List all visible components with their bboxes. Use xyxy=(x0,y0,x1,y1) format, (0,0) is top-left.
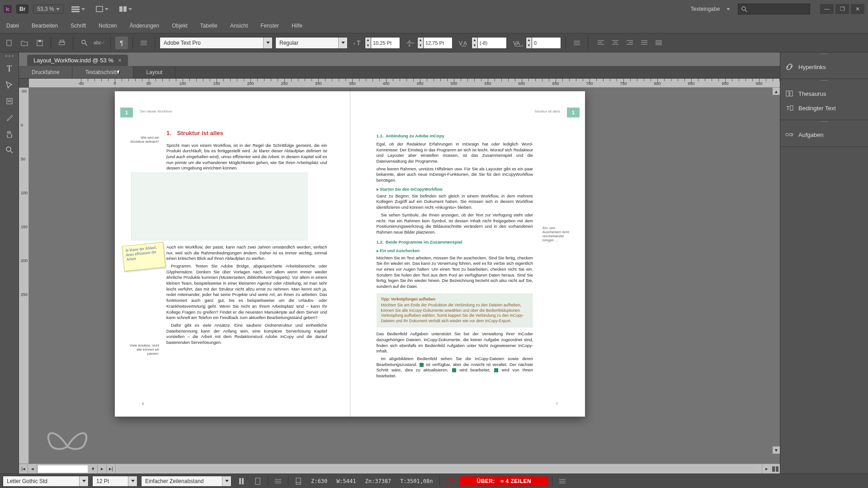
text-frame-right[interactable]: 1.1. Anbindung zu Adobe InCopy Egal, ob … xyxy=(377,129,533,399)
mode-tab-druckfahne[interactable]: Druckfahne xyxy=(19,66,72,78)
align-justify-button[interactable] xyxy=(638,37,651,49)
arrange-dropdown[interactable] xyxy=(116,4,135,14)
page-number-field[interactable] xyxy=(38,465,88,473)
para-controls-toggle[interactable] xyxy=(571,37,583,49)
view-mode-tabs: Druckfahne Textabschnitt Layout xyxy=(19,66,780,79)
flyout-menu-icon[interactable] xyxy=(137,37,150,49)
status-flyout-1[interactable] xyxy=(272,475,284,488)
open-button[interactable] xyxy=(18,37,31,49)
workspace-switcher[interactable]: Texteingabe xyxy=(688,4,733,14)
note-icon xyxy=(6,98,13,105)
window-close-button[interactable]: ✕ xyxy=(851,4,864,14)
overset-indicator: ÜBER: ≈ 4 ZEILEN xyxy=(460,476,549,486)
position-tool[interactable] xyxy=(2,78,17,92)
view-options-dropdown[interactable] xyxy=(68,4,88,14)
palette-grip[interactable] xyxy=(5,55,14,58)
menu-bearbeiten[interactable]: Bearbeiten xyxy=(25,20,64,32)
font-family-combo[interactable]: Adobe Text Pro xyxy=(160,37,273,49)
text-frame-left[interactable]: 1. Struktur ist alles Spricht man von ei… xyxy=(166,129,327,399)
save-button[interactable] xyxy=(33,37,46,49)
panel-label: Bedingter Text xyxy=(798,105,836,112)
find-button[interactable] xyxy=(78,37,90,49)
svg-text:VA: VA xyxy=(513,40,520,47)
document-tab-title: Layout_Workflow.indd @ 53 % xyxy=(33,57,113,64)
menu-fenster[interactable]: Fenster xyxy=(254,20,285,32)
status-size-combo[interactable]: 12 Pt xyxy=(92,476,137,487)
zoom-level-combo[interactable]: 53,3 % xyxy=(33,5,63,14)
zoom-tool[interactable] xyxy=(2,143,17,157)
menu-tabelle[interactable]: Tabelle xyxy=(194,20,224,32)
mode-tab-textabschnitt[interactable]: Textabschnitt xyxy=(72,66,133,78)
prev-page-button[interactable]: ◂ xyxy=(28,464,37,474)
svg-point-57 xyxy=(786,133,788,136)
status-font-combo[interactable]: Letter Gothic Std xyxy=(3,476,89,487)
scroll-down-button[interactable]: ▼ xyxy=(773,446,780,454)
mode-tab-layout[interactable]: Layout xyxy=(133,66,175,78)
type-tool[interactable]: T xyxy=(2,61,17,76)
print-button[interactable] xyxy=(56,37,68,49)
status-toggle-2[interactable] xyxy=(251,475,264,488)
menu-notizen[interactable]: Notizen xyxy=(92,20,123,32)
svg-rect-13 xyxy=(59,42,65,45)
page-left[interactable]: 1 Der ideale Workflow Wie wird ein Workf… xyxy=(115,91,350,417)
svg-rect-2 xyxy=(71,6,80,8)
horizontal-scrollbar[interactable] xyxy=(118,466,759,472)
menu-aenderungen[interactable]: Änderungen xyxy=(123,20,165,32)
tracking-value: 0 xyxy=(532,37,561,49)
svg-rect-0 xyxy=(4,5,12,13)
kerning-field[interactable]: ▲▼(-8) xyxy=(472,37,507,49)
status-flyout-2[interactable] xyxy=(556,475,569,488)
new-doc-button[interactable] xyxy=(3,37,15,49)
status-toggle-1[interactable] xyxy=(235,475,248,488)
svg-point-8 xyxy=(742,7,745,10)
font-size-field[interactable]: ▲▼10,25 Pt xyxy=(365,37,400,49)
align-left-button[interactable] xyxy=(594,37,607,49)
scroll-right-button[interactable]: ▸ xyxy=(762,464,771,474)
panel-hyperlinks[interactable]: Hyperlinks xyxy=(784,60,864,74)
font-style-combo[interactable]: Regular xyxy=(275,37,348,49)
bridge-button[interactable]: Br xyxy=(16,5,28,14)
leading-field[interactable]: ▲▼12,75 Pt xyxy=(417,37,453,49)
menu-hilfe[interactable]: Hilfe xyxy=(285,20,309,32)
close-tab-button[interactable]: × xyxy=(118,57,122,64)
search-field[interactable] xyxy=(738,4,810,14)
hand-tool[interactable] xyxy=(2,127,17,141)
menu-ansicht[interactable]: Ansicht xyxy=(224,20,254,32)
svg-text:T: T xyxy=(353,42,355,46)
chevron-down-icon xyxy=(81,8,85,10)
panel-thesaurus[interactable]: Thesaurus xyxy=(784,86,864,101)
panel-label: Thesaurus xyxy=(798,90,826,97)
status-size-value: 12 Pt xyxy=(93,478,128,484)
split-view-button[interactable] xyxy=(771,464,780,474)
page-right[interactable]: 1 Struktur ist alles Ein- und Auschecken… xyxy=(350,91,585,417)
first-page-button[interactable]: |◂ xyxy=(19,464,28,474)
screen-icon xyxy=(96,6,103,12)
tracking-field[interactable]: ▲▼0 xyxy=(526,37,561,49)
align-right-button[interactable] xyxy=(623,37,636,49)
spellcheck-button[interactable]: abc✓ xyxy=(93,37,106,49)
menu-datei[interactable]: Datei xyxy=(0,20,25,32)
last-page-button[interactable]: ▸| xyxy=(107,464,116,474)
show-hidden-chars-button[interactable]: ¶ xyxy=(115,37,128,49)
status-leading-combo[interactable]: Einfacher Zeilenabstand xyxy=(141,476,231,487)
menu-objekt[interactable]: Objekt xyxy=(165,20,194,32)
panel-aufgaben[interactable]: Aufgaben xyxy=(784,127,864,142)
document-tab[interactable]: Layout_Workflow.indd @ 53 % × xyxy=(27,55,128,66)
align-center-button[interactable] xyxy=(609,37,622,49)
copyfit-icon-button[interactable] xyxy=(292,475,305,488)
window-restore-button[interactable]: ❐ xyxy=(835,4,849,14)
book-icon xyxy=(785,89,794,98)
menu-schrift[interactable]: Schrift xyxy=(64,20,92,32)
note-tool[interactable] xyxy=(2,94,17,108)
window-minimize-button[interactable]: — xyxy=(820,4,834,14)
panel-group-3: Aufgaben xyxy=(780,123,868,147)
align-justify-all-button[interactable] xyxy=(652,37,665,49)
scroll-up-button[interactable]: ▲ xyxy=(773,88,780,95)
printer-icon xyxy=(58,40,66,46)
next-page-button[interactable]: ▸ xyxy=(98,464,107,474)
leading-icon: AA xyxy=(406,39,415,47)
screen-mode-dropdown[interactable] xyxy=(93,4,112,14)
panel-bedingter-text[interactable]: T Bedingter Text xyxy=(784,101,864,115)
page-dropdown-button[interactable]: ▾ xyxy=(89,464,98,474)
eyedropper-tool[interactable] xyxy=(2,110,17,125)
